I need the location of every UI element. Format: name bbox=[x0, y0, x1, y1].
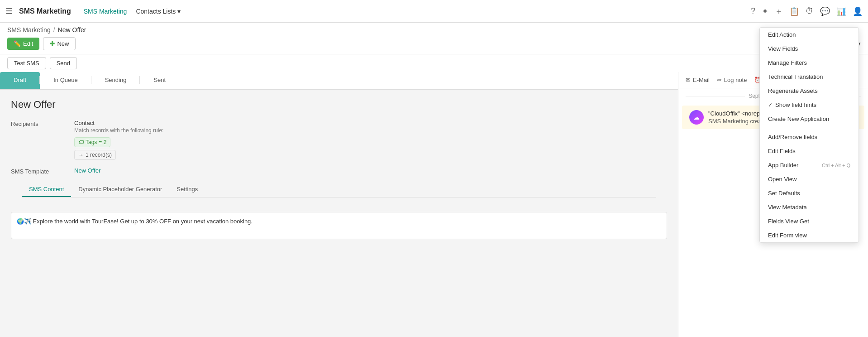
breadcrumb: SMS Marketing / New Offer bbox=[0, 23, 868, 34]
edit-fields-label: Edit Fields bbox=[768, 148, 796, 154]
tab-in-queue-label: In Queue bbox=[53, 77, 78, 83]
edit-form-view-label: Edit Form view bbox=[768, 232, 807, 239]
timer-icon[interactable]: ⏱ bbox=[806, 6, 814, 16]
arrow-icon: → bbox=[78, 152, 84, 158]
recipients-row: Recipients Contact Match records with th… bbox=[11, 120, 667, 160]
status-tabs: Draft In Queue Sending Sent bbox=[0, 72, 678, 90]
send-button[interactable]: Send bbox=[50, 57, 77, 69]
set-defaults-label: Set Defaults bbox=[768, 190, 800, 197]
action-bar: ✏️ Edit ✚ New 📎 Attachment(s) ▾ ⚙️ Actio… bbox=[0, 34, 868, 54]
breadcrumb-parent[interactable]: SMS Marketing bbox=[7, 26, 51, 34]
dropdown-app-builder[interactable]: App Builder Ctrl + Alt + Q bbox=[760, 158, 858, 172]
message-avatar: ☁ bbox=[689, 110, 704, 125]
new-label: New bbox=[57, 40, 69, 47]
dropdown-fields-view-get[interactable]: Fields View Get bbox=[760, 214, 858, 228]
top-nav: ☰ SMS Marketing SMS Marketing Contacts L… bbox=[0, 0, 868, 23]
email-button[interactable]: ✉ E-Mail bbox=[686, 77, 710, 83]
edit-button[interactable]: ✏️ Edit bbox=[7, 38, 39, 50]
help-icon[interactable]: ? bbox=[751, 6, 755, 16]
tab-sent[interactable]: Sent bbox=[140, 72, 179, 89]
breadcrumb-separator: / bbox=[53, 26, 55, 34]
tab-settings[interactable]: Settings bbox=[169, 182, 205, 197]
form-content: New Offer Recipients Contact Match recor… bbox=[0, 90, 678, 207]
dropdown-edit-fields[interactable]: Edit Fields bbox=[760, 144, 858, 158]
recipients-rule: Match records with the following rule: bbox=[74, 127, 667, 134]
dropdown-add-remove-fields[interactable]: Add/Remove fields bbox=[760, 130, 858, 144]
new-button[interactable]: ✚ New bbox=[43, 37, 76, 50]
tab-draft[interactable]: Draft bbox=[0, 72, 40, 89]
settings-tab-label: Settings bbox=[176, 186, 198, 193]
view-metadata-label: View Metadata bbox=[768, 204, 807, 211]
dropdown-divider-1 bbox=[760, 128, 858, 128]
dropdown-technical-translation[interactable]: Technical Translation bbox=[760, 70, 858, 84]
form-title: New Offer bbox=[11, 99, 667, 111]
user-icon[interactable]: 👤 bbox=[853, 6, 863, 16]
contacts-lists-label: Contacts Lists bbox=[136, 8, 176, 15]
breadcrumb-current: New Offer bbox=[58, 26, 86, 34]
dropdown-view-metadata[interactable]: View Metadata bbox=[760, 200, 858, 214]
tab-dynamic-placeholder[interactable]: Dynamic Placeholder Generator bbox=[71, 182, 169, 197]
tab-in-queue[interactable]: In Queue bbox=[40, 72, 91, 89]
recipients-type: Contact bbox=[74, 120, 667, 126]
sms-template-label: SMS Template bbox=[11, 167, 74, 175]
sms-template-value: New Offer bbox=[74, 167, 667, 174]
app-builder-kbd: Ctrl + Alt + Q bbox=[822, 163, 850, 168]
star-icon[interactable]: ✦ bbox=[762, 6, 768, 16]
tab-draft-label: Draft bbox=[14, 77, 26, 83]
chat-icon[interactable]: 💬 bbox=[820, 6, 830, 16]
test-sms-button[interactable]: Test SMS bbox=[7, 57, 46, 69]
open-view-label: Open View bbox=[768, 176, 796, 183]
dropdown-edit-form-view[interactable]: Edit Form view bbox=[760, 228, 858, 242]
sms-marketing-nav-link[interactable]: SMS Marketing bbox=[84, 8, 127, 15]
dropdown-manage-filters[interactable]: Manage Filters bbox=[760, 56, 858, 70]
view-fields-label: View Fields bbox=[768, 45, 798, 52]
dropdown-create-new-app[interactable]: Create New Application bbox=[760, 112, 858, 126]
recipients-label: Recipients bbox=[11, 120, 74, 127]
recipients-value: Contact Match records with the following… bbox=[74, 120, 667, 160]
content-tabs: SMS Content Dynamic Placeholder Generato… bbox=[22, 182, 656, 197]
nav-right-icons: ? ✦ ＋ 📋 ⏱ 💬 📊 👤 bbox=[751, 6, 863, 17]
template-link[interactable]: New Offer bbox=[74, 167, 100, 174]
sms-content-area[interactable]: 🌍✈️ Explore the world with TourEase! Get… bbox=[11, 212, 667, 239]
sms-content-tab-label: SMS Content bbox=[29, 186, 64, 193]
check-icon: ✓ bbox=[768, 102, 773, 108]
dropdown-view-fields[interactable]: View Fields bbox=[760, 42, 858, 56]
log-note-button[interactable]: ✏ Log note bbox=[717, 77, 747, 83]
dropdown-edit-action[interactable]: Edit Action bbox=[760, 28, 858, 42]
tab-sent-label: Sent bbox=[153, 77, 166, 83]
dropdown-show-field-hints[interactable]: ✓ Show field hints bbox=[760, 98, 858, 112]
log-note-label: Log note bbox=[724, 77, 747, 83]
left-panel: Draft In Queue Sending Sent New Offer Re… bbox=[0, 72, 678, 337]
tab-sms-content[interactable]: SMS Content bbox=[22, 182, 71, 197]
dropdown-open-view[interactable]: Open View bbox=[760, 172, 858, 186]
sms-template-row: SMS Template New Offer bbox=[11, 167, 667, 175]
avatar-icon: ☁ bbox=[693, 114, 700, 121]
hamburger-icon[interactable]: ☰ bbox=[5, 6, 13, 16]
app-name: SMS Marketing bbox=[19, 7, 71, 15]
dropdown-menu: Edit Action View Fields Manage Filters T… bbox=[759, 27, 859, 243]
sms-content-text: 🌍✈️ Explore the world with TourEase! Get… bbox=[17, 218, 253, 225]
clipboard-icon[interactable]: 📋 bbox=[789, 6, 799, 16]
regenerate-assets-label: Regenerate Assets bbox=[768, 87, 818, 94]
edit-action-label: Edit Action bbox=[768, 31, 796, 38]
email-label: E-Mail bbox=[693, 77, 710, 83]
tags-icon: 🏷 bbox=[78, 139, 84, 145]
plus-icon[interactable]: ＋ bbox=[775, 6, 783, 17]
contacts-lists-chevron: ▾ bbox=[177, 8, 181, 15]
records-link[interactable]: → 1 record(s) bbox=[74, 150, 116, 160]
tags-label: Tags bbox=[86, 139, 97, 145]
dropdown-regenerate-assets[interactable]: Regenerate Assets bbox=[760, 84, 858, 98]
technical-translation-label: Technical Translation bbox=[768, 73, 823, 80]
create-new-app-label: Create New Application bbox=[768, 116, 829, 122]
main-area: Draft In Queue Sending Sent New Offer Re… bbox=[0, 72, 868, 337]
activity-icon[interactable]: 📊 bbox=[836, 6, 846, 16]
tab-sending[interactable]: Sending bbox=[91, 72, 140, 89]
edit-label: Edit bbox=[23, 40, 33, 47]
fields-view-get-label: Fields View Get bbox=[768, 218, 809, 225]
tags-badge[interactable]: 🏷 Tags = 2 bbox=[74, 137, 110, 147]
contacts-lists-nav[interactable]: Contacts Lists ▾ bbox=[136, 8, 181, 15]
edit-icon: ✏️ bbox=[14, 40, 21, 47]
log-note-icon: ✏ bbox=[717, 77, 722, 83]
dropdown-set-defaults[interactable]: Set Defaults bbox=[760, 186, 858, 200]
sms-bar: Test SMS Send bbox=[0, 54, 868, 72]
